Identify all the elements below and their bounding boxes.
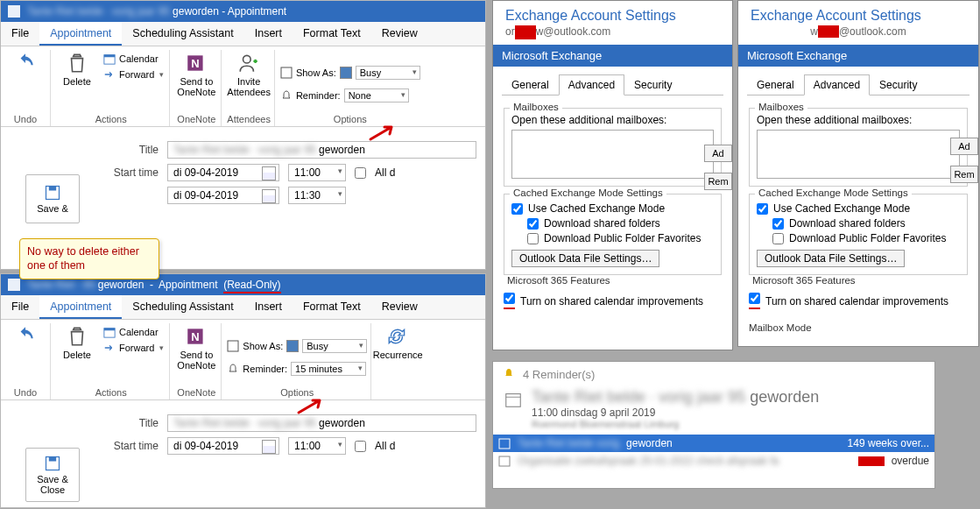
dl-shared-label: Download shared folders [544,217,660,230]
send-to-onenote-button[interactable]: N Send to OneNote [175,50,217,97]
showas-combo[interactable]: Busy [302,339,367,353]
remove-mailbox-button[interactable]: Rem [704,173,732,190]
shared-calendar-checkbox[interactable] [749,293,760,304]
reminder-combo[interactable]: 15 minutes [291,362,366,376]
dl-shared-checkbox[interactable] [527,218,539,230]
invite-attendees-button[interactable]: Invite Attendees [228,50,270,97]
dl-shared-checkbox[interactable] [772,218,784,230]
undo-button[interactable] [4,323,46,350]
calendar-button[interactable]: Calendar [102,52,166,66]
calendar-icon [504,390,523,409]
tab-security[interactable]: Security [624,74,681,95]
group-options: Options [280,387,314,399]
reminder-location: Roermond Bloemenstraat Limburg [532,419,819,429]
undo-button[interactable] [4,50,46,76]
svg-rect-18 [499,456,510,466]
start-date-input[interactable]: di 09-04-2019 [167,437,279,455]
delete-button[interactable]: Delete [56,323,98,360]
reminder-row[interactable]: Organisatie zoekafspraak 25-01-2022 chec… [493,452,934,470]
dl-pf-checkbox[interactable] [772,233,784,244]
dl-pf-checkbox[interactable] [527,233,539,244]
start-time-input[interactable]: 11:00 [288,164,346,181]
group-legend: Microsoft 365 Features [749,275,859,286]
tab-file[interactable]: File [1,295,39,319]
group-legend: Mailboxes [755,102,807,112]
datafile-settings-button[interactable]: Outlook Data File Settings… [511,250,659,267]
form-area: Title Tante Riet belde · vorig jaar 95 g… [80,134,485,211]
end-date-input[interactable]: di 09-04-2019 [167,187,279,204]
tab-general[interactable]: General [747,74,804,95]
reminder-detail: Tante Riet belde · vorig jaar 95 geworde… [493,386,934,435]
mailbox-mode-label: Mailbox Mode [749,322,968,333]
save-close-button[interactable]: Save & [25,174,80,223]
svg-rect-15 [506,394,521,407]
remove-mailbox-button[interactable]: Rem [950,166,978,183]
group-legend: Cached Exchange Mode Settings [510,187,666,198]
end-time-input[interactable]: 11:30 [288,187,346,204]
reminder-row-selected[interactable]: Tante Riet belde vorig geworden 149 week… [493,435,934,452]
title-label: Title [88,417,159,429]
dialog-title: Exchange Account Settings [738,1,978,24]
tab-insert[interactable]: Insert [244,295,293,319]
use-cached-checkbox[interactable] [757,203,768,215]
start-time-input[interactable]: 11:00 [288,437,346,455]
forward-button[interactable]: Forward▾ [102,67,166,81]
tab-advanced[interactable]: Advanced [804,74,870,95]
tab-review[interactable]: Review [371,295,428,319]
reminder-time: 11:00 dinsdag 9 april 2019 [532,406,819,419]
add-mailbox-button[interactable]: Ad [704,145,732,162]
tab-format[interactable]: Format Text [293,22,371,46]
save-close-button[interactable]: Save & Close [25,448,80,502]
showas-label: Show As: [243,341,283,351]
tab-advanced[interactable]: Advanced [559,74,624,95]
ribbon: Undo Delete Calendar Forward▾ [1,46,485,127]
title-field[interactable]: Tante Riet belde · vorig jaar 95 geworde… [167,414,476,432]
group-attendees: Attendees [227,114,271,126]
group-legend: Mailboxes [510,102,562,112]
svg-text:N: N [192,57,200,70]
shared-calendar-checkbox[interactable] [504,293,515,304]
tab-general[interactable]: General [502,74,559,95]
forward-button[interactable]: Forward▾ [102,341,166,355]
start-date-input[interactable]: di 09-04-2019 [167,164,279,181]
calendar-button[interactable]: Calendar [102,325,166,339]
use-cached-checkbox[interactable] [511,203,523,215]
mailboxes-list[interactable] [511,130,714,179]
recurrence-button[interactable]: Recurrence [377,323,419,360]
dl-pf-label: Download Public Folder Favorites [544,232,701,244]
allday-checkbox[interactable] [355,441,366,452]
showas-icon [280,67,293,79]
tab-file[interactable]: File [1,22,39,46]
cached-mode-group: Cached Exchange Mode Settings Use Cached… [749,194,968,275]
tab-review[interactable]: Review [371,22,428,46]
tab-scheduling[interactable]: Scheduling Assistant [122,295,243,319]
send-to-onenote-button[interactable]: N Send to OneNote [175,323,217,371]
section-header: Microsoft Exchange [493,45,732,67]
allday-checkbox[interactable] [355,167,366,179]
reminders-header: 4 Reminder(s) [493,362,934,386]
showas-label: Show As: [296,67,336,78]
delete-button[interactable]: Delete [56,50,98,87]
add-mailbox-button[interactable]: Ad [950,138,978,155]
tab-security[interactable]: Security [870,74,927,95]
form-area: Title Tante Riet belde · vorig jaar 95 g… [80,407,485,462]
ribbon-tabs: File Appointment Scheduling Assistant In… [1,22,485,46]
tab-appointment[interactable]: Appointment [39,22,122,46]
tab-appointment[interactable]: Appointment [39,295,122,319]
shared-calendar-label: Turn on shared calendar improvements [520,295,703,308]
use-cached-label: Use Cached Exchange Mode [773,202,910,215]
reminder-title: Tante Riet belde · vorig jaar 95 geworde… [532,388,819,406]
mailboxes-list[interactable] [757,130,960,179]
starttime-label: Start time [88,166,159,179]
reminder-combo[interactable]: None [344,88,409,103]
title-field[interactable]: Tante Riet belde · vorig jaar 95 geworde… [167,141,476,159]
showas-combo[interactable]: Busy [356,66,420,80]
allday-label: All d [375,440,395,452]
svg-rect-12 [228,341,238,351]
mailboxes-label: Open these additional mailboxes: [757,114,960,126]
tab-insert[interactable]: Insert [244,22,293,46]
tab-format[interactable]: Format Text [293,295,371,319]
datafile-settings-button[interactable]: Outlook Data File Settings… [757,250,905,267]
tab-scheduling[interactable]: Scheduling Assistant [122,22,243,46]
busy-swatch [286,340,299,352]
